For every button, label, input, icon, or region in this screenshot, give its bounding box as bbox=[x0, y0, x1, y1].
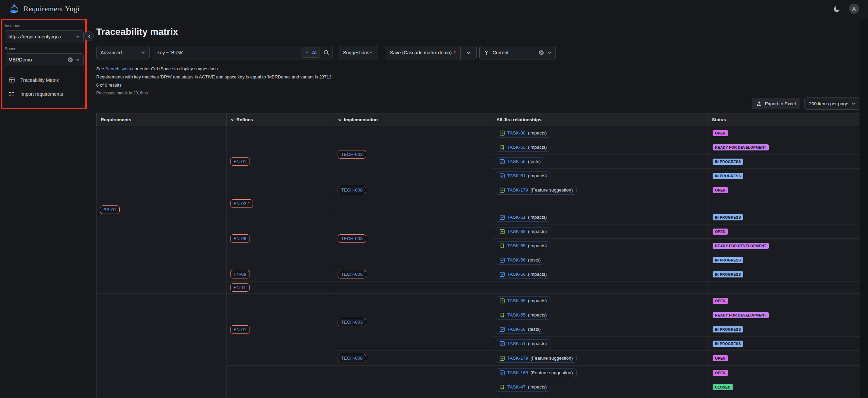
export-label: Export to Excel bbox=[765, 101, 796, 106]
status-badge: IN PROGRESS bbox=[713, 341, 743, 347]
jira-issue-pill[interactable]: TASK-51(impacts) bbox=[496, 339, 550, 348]
requirement-pill[interactable]: BR-01 bbox=[100, 205, 120, 214]
jira-cell: TASK-55(impacts) bbox=[492, 308, 708, 322]
export-to-excel-button[interactable]: Export to Excel bbox=[752, 98, 801, 109]
search-input[interactable]: key ~ 'BR%' AI bbox=[153, 46, 333, 59]
requirement-pill[interactable]: TECH-003 bbox=[338, 318, 366, 326]
jira-issue-pill[interactable]: TASK-47(impacts) bbox=[496, 383, 550, 392]
space-field: Space MBRDemo bbox=[0, 47, 88, 66]
scrollbar-gutter[interactable] bbox=[860, 18, 868, 398]
jira-task-icon bbox=[499, 257, 505, 263]
requirement-pill[interactable]: FN-06 bbox=[230, 234, 250, 243]
jira-issue-pill[interactable]: TASK-55(impacts) bbox=[496, 311, 550, 320]
top-nav: Requirement Yogi bbox=[0, 0, 868, 18]
jira-issue-pill[interactable]: TASK-55(impacts) bbox=[496, 143, 550, 152]
status-badge: READY FOR DEVELOPMENT bbox=[713, 312, 769, 318]
jira-issue-pill[interactable]: TASK-88(impacts) bbox=[496, 129, 550, 138]
jira-issue-pill[interactable]: TASK-88(impacts) bbox=[496, 227, 550, 236]
jira-issue-key: TASK-179 bbox=[507, 356, 528, 361]
search-mode-select[interactable]: Advanced bbox=[96, 46, 150, 59]
requirement-pill[interactable]: FN-11 bbox=[230, 283, 250, 292]
jira-issue-pill[interactable]: TASK-56(tests) bbox=[496, 256, 544, 265]
clear-icon[interactable] bbox=[539, 50, 544, 55]
status-cell: OPEN bbox=[708, 351, 860, 366]
requirement-pill[interactable]: TECH-003 bbox=[338, 234, 366, 243]
sidebar-item-label: Traceability Matrix bbox=[20, 77, 59, 83]
jira-issue-pill[interactable]: TASK-168(Feature suggestion) bbox=[496, 368, 577, 377]
requirement-pill[interactable]: FN-01 bbox=[230, 157, 250, 166]
suggestions-dropdown[interactable]: Suggestions bbox=[339, 46, 377, 59]
requirement-pill[interactable]: FN-08 bbox=[230, 270, 250, 278]
jira-task-icon bbox=[499, 370, 505, 376]
jira-new-feature-icon bbox=[499, 298, 505, 304]
sidebar-item-traceability-matrix[interactable]: Traceability Matrix bbox=[0, 73, 88, 87]
chevron-down-icon bbox=[466, 51, 471, 54]
jira-bookmark-icon bbox=[499, 243, 505, 249]
requirement-key: FN-01 bbox=[234, 327, 246, 332]
table-actions: Export to Excel 200 items per page bbox=[96, 97, 860, 110]
requirement-pill[interactable]: FN-02* bbox=[230, 199, 253, 208]
refines-cell bbox=[227, 366, 334, 398]
jira-relationship-label: (impacts) bbox=[528, 312, 547, 318]
jira-issue-pill[interactable]: TASK-51(impacts) bbox=[496, 171, 550, 180]
chevron-down-icon bbox=[369, 51, 373, 54]
jira-issue-key: TASK-55 bbox=[507, 312, 526, 318]
jira-relationship-label: (tests) bbox=[528, 257, 541, 263]
sidebar-collapse-button[interactable] bbox=[84, 31, 94, 41]
ai-assist-button[interactable]: AI bbox=[302, 48, 320, 58]
save-button[interactable]: Save (Cascade matrix demo) * bbox=[385, 46, 460, 59]
sidebar-item-import-requirements[interactable]: Import requirements bbox=[0, 87, 88, 101]
jira-issue-pill[interactable]: TASK-52(impacts) bbox=[496, 397, 550, 398]
jira-cell: TASK-47(impacts) bbox=[492, 380, 708, 394]
requirement-key: FN-06 bbox=[234, 236, 246, 241]
status-cell: READY FOR DEVELOPMENT bbox=[708, 239, 860, 253]
jira-issue-pill[interactable]: TASK-55(impacts) bbox=[496, 241, 550, 250]
person-icon bbox=[851, 5, 857, 12]
status-cell: OPEN bbox=[708, 394, 860, 398]
jira-issue-pill[interactable]: TASK-51(impacts) bbox=[496, 213, 550, 222]
user-menu-button[interactable] bbox=[849, 4, 859, 14]
requirement-pill[interactable]: FN-01 bbox=[230, 325, 250, 334]
jira-issue-pill[interactable]: TASK-56(tests) bbox=[496, 325, 544, 334]
page-title: Traceability matrix bbox=[96, 27, 860, 37]
refines-cell: FN-11 bbox=[227, 282, 334, 294]
search-toolbar: Advanced key ~ 'BR%' AI bbox=[96, 46, 860, 59]
branch-icon bbox=[484, 50, 489, 55]
search-syntax-link[interactable]: Search syntax bbox=[105, 66, 133, 71]
implementation-cell: TECH-003 bbox=[334, 210, 492, 267]
export-icon bbox=[756, 101, 762, 106]
requirement-pill[interactable]: TECH-006 bbox=[338, 270, 366, 278]
jira-issue-pill[interactable]: TASK-88(impacts) bbox=[496, 296, 550, 305]
jira-relationship-label: (impacts) bbox=[528, 243, 547, 248]
sparkles-icon bbox=[305, 50, 310, 55]
dark-mode-toggle[interactable] bbox=[833, 5, 841, 13]
suggestions-label: Suggestions bbox=[343, 50, 369, 55]
clear-icon[interactable] bbox=[68, 57, 73, 62]
requirement-pill[interactable]: TECH-008 bbox=[338, 186, 366, 194]
instance-select[interactable]: https://requirementyogi.a... bbox=[5, 30, 84, 43]
requirement-key: TECH-003 bbox=[341, 236, 363, 241]
requirement-pill[interactable]: TECH-008 bbox=[338, 354, 366, 362]
hint-rest: or enter Ctrl+Space to display suggestio… bbox=[135, 66, 219, 71]
jira-task-icon bbox=[499, 272, 505, 277]
syntax-hint: See Search syntax or enter Ctrl+Space to… bbox=[96, 66, 860, 71]
search-icon[interactable] bbox=[323, 50, 329, 56]
variant-select[interactable]: Current bbox=[479, 46, 556, 59]
jira-issue-pill[interactable]: TASK-56(impacts) bbox=[496, 270, 550, 279]
jira-issue-pill[interactable]: TASK-179(Feature suggestion) bbox=[496, 354, 577, 363]
status-badge: OPEN bbox=[713, 130, 728, 136]
jira-task-icon bbox=[499, 215, 505, 220]
save-menu-button[interactable] bbox=[461, 46, 476, 59]
results-count: 6 of 6 results bbox=[96, 83, 860, 88]
requirement-pill[interactable]: TECH-003 bbox=[338, 150, 366, 159]
jira-issue-pill[interactable]: TASK-56(tests) bbox=[496, 157, 544, 166]
jira-cell: TASK-55(impacts) bbox=[492, 239, 708, 253]
jira-relationship-label: (Feature suggestion) bbox=[530, 187, 573, 193]
jira-relationship-label: (impacts) bbox=[528, 145, 547, 150]
implementation-cell bbox=[334, 366, 492, 398]
status-cell: IN PROGRESS bbox=[708, 322, 860, 337]
space-select[interactable]: MBRDemo bbox=[5, 53, 84, 66]
jira-issue-pill[interactable]: TASK-179(Feature suggestion) bbox=[496, 186, 577, 195]
jira-cell: TASK-51(impacts) bbox=[492, 337, 708, 351]
page-size-select[interactable]: 200 items per page bbox=[804, 97, 860, 110]
